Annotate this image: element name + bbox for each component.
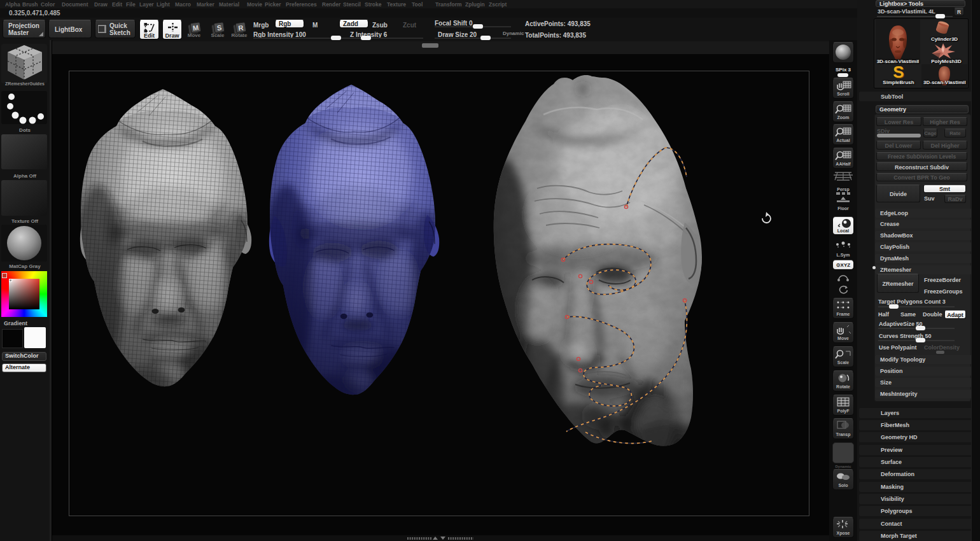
svg-text:M: M [192, 24, 199, 32]
svg-text:S: S [893, 64, 904, 81]
svg-text:R: R [238, 24, 244, 32]
